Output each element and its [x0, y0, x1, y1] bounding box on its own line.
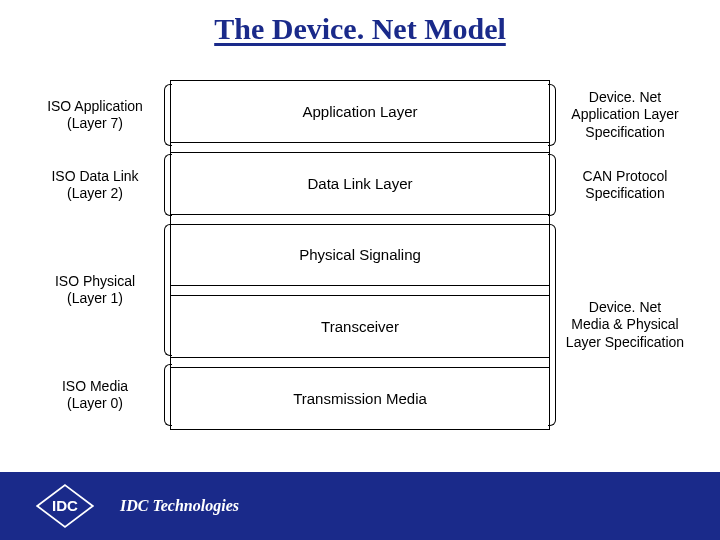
layer-label: Transmission Media: [293, 390, 427, 407]
iso-layer-number: (Layer 7): [20, 115, 170, 133]
footer-bar: IDC IDC Technologies: [0, 472, 720, 540]
layer-label: Application Layer: [302, 103, 417, 120]
iso-layer-name: ISO Application: [20, 98, 170, 116]
logo-text: IDC: [52, 497, 78, 514]
iso-layer-number: (Layer 1): [20, 290, 170, 308]
brace-icon: [164, 154, 172, 216]
devicenet-model-diagram: ISO Application (Layer 7) ISO Data Link …: [20, 80, 700, 430]
spec-line: Specification: [550, 185, 700, 203]
idc-logo-icon: IDC: [36, 484, 94, 528]
footer-company: IDC Technologies: [120, 497, 239, 515]
iso-media-label: ISO Media (Layer 0): [20, 360, 170, 430]
layer-spacer: [170, 286, 550, 296]
iso-layer-name: ISO Data Link: [20, 168, 170, 186]
layer-transceiver: Transceiver: [170, 296, 550, 358]
iso-layer-name: ISO Physical: [20, 273, 170, 291]
brace-icon: [164, 84, 172, 146]
layer-stack: Application Layer Data Link Layer Physic…: [170, 80, 550, 430]
spec-media-physical: Device. Net Media & Physical Layer Speci…: [550, 220, 700, 430]
spec-line: Layer Specification: [550, 334, 700, 352]
layer-datalink: Data Link Layer: [170, 153, 550, 215]
spec-line: Specification: [550, 124, 700, 142]
iso-layer-number: (Layer 2): [20, 185, 170, 203]
spec-can-protocol: CAN Protocol Specification: [550, 150, 700, 220]
layer-label: Transceiver: [321, 318, 399, 335]
iso-application-label: ISO Application (Layer 7): [20, 80, 170, 150]
brace-icon: [164, 364, 172, 426]
layer-spacer: [170, 358, 550, 368]
spec-line: CAN Protocol: [550, 168, 700, 186]
iso-physical-label: ISO Physical (Layer 1): [20, 220, 170, 360]
spec-line: Device. Net: [550, 89, 700, 107]
iso-datalink-label: ISO Data Link (Layer 2): [20, 150, 170, 220]
spec-labels-column: Device. Net Application Layer Specificat…: [550, 80, 700, 430]
layer-application: Application Layer: [170, 81, 550, 143]
brace-icon: [164, 224, 172, 356]
iso-layer-number: (Layer 0): [20, 395, 170, 413]
iso-layer-name: ISO Media: [20, 378, 170, 396]
layer-label: Physical Signaling: [299, 246, 421, 263]
spec-application: Device. Net Application Layer Specificat…: [550, 80, 700, 150]
brace-icon: [548, 224, 556, 426]
spec-line: Application Layer: [550, 106, 700, 124]
page-title: The Device. Net Model: [0, 0, 720, 46]
layer-spacer: [170, 215, 550, 225]
brace-icon: [548, 154, 556, 216]
layer-spacer: [170, 143, 550, 153]
spec-line: Device. Net: [550, 299, 700, 317]
layer-transmission-media: Transmission Media: [170, 368, 550, 430]
brace-icon: [548, 84, 556, 146]
layer-physical-signaling: Physical Signaling: [170, 225, 550, 287]
layer-label: Data Link Layer: [307, 175, 412, 192]
spec-line: Media & Physical: [550, 316, 700, 334]
iso-labels-column: ISO Application (Layer 7) ISO Data Link …: [20, 80, 170, 430]
